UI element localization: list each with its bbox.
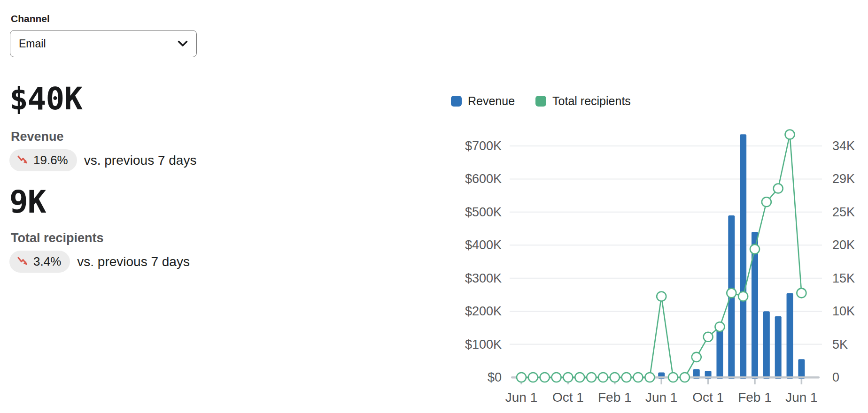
legend-item-total-recipients[interactable]: Total recipients [535, 94, 631, 108]
trending-down-icon [16, 255, 29, 268]
right-axis-tick-label: 20K [832, 238, 855, 252]
recipients-point[interactable] [610, 373, 620, 382]
recipients-point[interactable] [657, 292, 666, 301]
recipients-point[interactable] [598, 373, 608, 382]
revenue-delta-value: 19.6% [33, 153, 68, 168]
recipients-point[interactable] [762, 197, 771, 206]
revenue-delta-badge: 19.6% [9, 149, 77, 171]
left-axis-tick-label: $400K [465, 238, 502, 252]
left-axis-tick-label: $200K [465, 304, 502, 318]
right-axis-tick-label: 5K [832, 337, 848, 352]
recipients-comparison-text: vs. previous 7 days [77, 254, 190, 269]
legend-label-revenue: Revenue [468, 94, 515, 108]
recipients-point[interactable] [634, 373, 643, 382]
recipients-point[interactable] [715, 322, 724, 331]
recipients-point[interactable] [552, 373, 561, 382]
recipients-delta-badge: 3.4% [9, 251, 70, 273]
right-axis-tick-label: 10K [832, 304, 855, 318]
recipients-delta-value: 3.4% [33, 254, 61, 269]
chevron-down-icon [178, 40, 188, 47]
recipients-point[interactable] [727, 288, 736, 298]
revenue-comparison-text: vs. previous 7 days [84, 153, 197, 168]
x-axis-tick-label: Feb 1 [598, 390, 632, 405]
recipients-point[interactable] [587, 373, 596, 382]
left-axis-tick-label: $500K [465, 205, 502, 219]
channel-select[interactable]: Email [10, 30, 197, 57]
recipients-delta-row: 3.4% vs. previous 7 days [9, 251, 190, 273]
x-axis-tick-label: Feb 1 [738, 390, 772, 405]
left-axis-tick-label: $700K [465, 139, 502, 153]
x-axis-tick-label: Jun 1 [785, 390, 818, 405]
right-axis-tick-label: 29K [832, 172, 855, 186]
chart-legend: Revenue Total recipients [451, 94, 631, 108]
revenue-bar[interactable] [740, 134, 746, 379]
channel-select-value: Email [19, 38, 178, 50]
recipients-metric-value: 9K [9, 184, 46, 220]
revenue-delta-row: 19.6% vs. previous 7 days [9, 149, 196, 171]
channel-label: Channel [11, 13, 50, 24]
revenue-bar[interactable] [716, 328, 723, 379]
recipients-swatch-icon [535, 96, 546, 107]
right-axis-tick-label: 34K [832, 139, 855, 153]
revenue-recipients-combo-chart: $00$100K5K$200K10K$300K15K$400K20K$500K2… [442, 113, 868, 413]
revenue-metric-label: Revenue [11, 130, 64, 144]
recipients-point[interactable] [738, 292, 748, 301]
recipients-point[interactable] [645, 373, 654, 382]
left-axis-tick-label: $300K [465, 271, 502, 285]
revenue-bar[interactable] [763, 311, 770, 379]
right-axis-tick-label: 15K [832, 271, 855, 285]
left-axis-tick-label: $600K [465, 172, 502, 186]
x-axis-tick-label: Jun 1 [505, 390, 538, 405]
recipients-point[interactable] [680, 373, 690, 382]
recipients-point[interactable] [622, 373, 631, 382]
x-axis-tick-label: Oct 1 [552, 390, 584, 405]
recipients-point[interactable] [797, 288, 806, 298]
recipients-point[interactable] [517, 373, 526, 382]
recipients-point[interactable] [785, 130, 795, 139]
revenue-metric-value: $40K [9, 81, 82, 117]
recipients-point[interactable] [704, 332, 713, 342]
x-axis-tick-label: Oct 1 [692, 390, 724, 405]
recipients-point[interactable] [774, 184, 783, 193]
right-axis-tick-label: 25K [832, 205, 855, 219]
left-axis-tick-label: $100K [465, 337, 502, 352]
legend-item-revenue[interactable]: Revenue [451, 94, 515, 108]
recipients-point[interactable] [668, 373, 678, 382]
revenue-swatch-icon [451, 96, 462, 107]
legend-label-total-recipients: Total recipients [552, 94, 631, 108]
recipients-point[interactable] [575, 373, 584, 382]
recipients-point[interactable] [528, 373, 538, 382]
revenue-bar[interactable] [787, 293, 793, 379]
recipients-point[interactable] [692, 352, 701, 362]
x-axis-tick-label: Jun 1 [645, 390, 678, 405]
revenue-bar[interactable] [798, 359, 805, 379]
revenue-bar[interactable] [775, 316, 782, 379]
right-axis-tick-label: 0 [832, 370, 839, 384]
recipients-point[interactable] [563, 373, 573, 382]
email-performance-dashboard: Channel Email $40K Revenue 19.6% vs. pre… [0, 0, 868, 413]
recipients-line [521, 135, 801, 377]
trending-down-icon [16, 154, 29, 167]
recipients-metric-label: Total recipients [11, 231, 104, 245]
recipients-point[interactable] [540, 373, 550, 382]
recipients-point[interactable] [750, 245, 760, 254]
left-axis-tick-label: $0 [488, 370, 502, 384]
